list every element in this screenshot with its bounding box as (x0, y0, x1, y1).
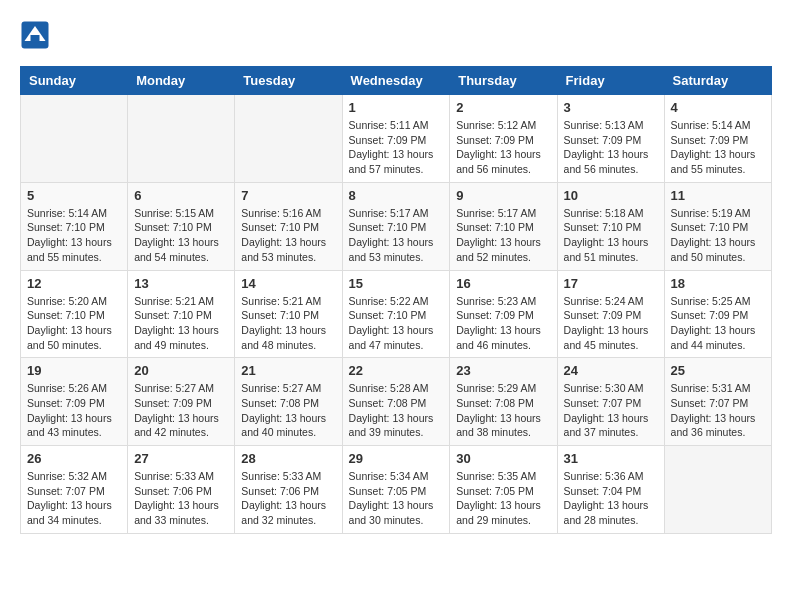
day-number: 18 (671, 276, 765, 291)
day-info: Sunrise: 5:31 AMSunset: 7:07 PMDaylight:… (671, 381, 765, 440)
calendar: SundayMondayTuesdayWednesdayThursdayFrid… (20, 66, 772, 534)
svg-rect-2 (31, 35, 40, 43)
day-number: 7 (241, 188, 335, 203)
day-info: Sunrise: 5:21 AMSunset: 7:10 PMDaylight:… (241, 294, 335, 353)
calendar-cell: 12Sunrise: 5:20 AMSunset: 7:10 PMDayligh… (21, 270, 128, 358)
day-info: Sunrise: 5:17 AMSunset: 7:10 PMDaylight:… (349, 206, 444, 265)
calendar-cell: 29Sunrise: 5:34 AMSunset: 7:05 PMDayligh… (342, 446, 450, 534)
calendar-week-row: 1Sunrise: 5:11 AMSunset: 7:09 PMDaylight… (21, 95, 772, 183)
day-number: 13 (134, 276, 228, 291)
calendar-header-row: SundayMondayTuesdayWednesdayThursdayFrid… (21, 67, 772, 95)
calendar-cell: 23Sunrise: 5:29 AMSunset: 7:08 PMDayligh… (450, 358, 557, 446)
day-info: Sunrise: 5:33 AMSunset: 7:06 PMDaylight:… (241, 469, 335, 528)
day-number: 6 (134, 188, 228, 203)
calendar-week-row: 5Sunrise: 5:14 AMSunset: 7:10 PMDaylight… (21, 182, 772, 270)
day-number: 2 (456, 100, 550, 115)
day-info: Sunrise: 5:27 AMSunset: 7:08 PMDaylight:… (241, 381, 335, 440)
day-number: 5 (27, 188, 121, 203)
day-number: 30 (456, 451, 550, 466)
day-number: 16 (456, 276, 550, 291)
day-number: 1 (349, 100, 444, 115)
calendar-cell: 4Sunrise: 5:14 AMSunset: 7:09 PMDaylight… (664, 95, 771, 183)
logo-icon (20, 20, 50, 50)
calendar-cell: 25Sunrise: 5:31 AMSunset: 7:07 PMDayligh… (664, 358, 771, 446)
page-header (20, 20, 772, 50)
day-number: 20 (134, 363, 228, 378)
calendar-cell: 3Sunrise: 5:13 AMSunset: 7:09 PMDaylight… (557, 95, 664, 183)
day-number: 9 (456, 188, 550, 203)
day-info: Sunrise: 5:29 AMSunset: 7:08 PMDaylight:… (456, 381, 550, 440)
calendar-cell: 6Sunrise: 5:15 AMSunset: 7:10 PMDaylight… (128, 182, 235, 270)
calendar-cell: 21Sunrise: 5:27 AMSunset: 7:08 PMDayligh… (235, 358, 342, 446)
calendar-cell (664, 446, 771, 534)
day-info: Sunrise: 5:16 AMSunset: 7:10 PMDaylight:… (241, 206, 335, 265)
calendar-cell: 9Sunrise: 5:17 AMSunset: 7:10 PMDaylight… (450, 182, 557, 270)
day-info: Sunrise: 5:24 AMSunset: 7:09 PMDaylight:… (564, 294, 658, 353)
calendar-cell: 22Sunrise: 5:28 AMSunset: 7:08 PMDayligh… (342, 358, 450, 446)
day-number: 26 (27, 451, 121, 466)
calendar-cell: 16Sunrise: 5:23 AMSunset: 7:09 PMDayligh… (450, 270, 557, 358)
day-info: Sunrise: 5:22 AMSunset: 7:10 PMDaylight:… (349, 294, 444, 353)
day-number: 23 (456, 363, 550, 378)
calendar-cell (128, 95, 235, 183)
column-header-sunday: Sunday (21, 67, 128, 95)
day-info: Sunrise: 5:14 AMSunset: 7:10 PMDaylight:… (27, 206, 121, 265)
day-info: Sunrise: 5:34 AMSunset: 7:05 PMDaylight:… (349, 469, 444, 528)
day-number: 14 (241, 276, 335, 291)
day-number: 19 (27, 363, 121, 378)
day-number: 10 (564, 188, 658, 203)
calendar-cell: 17Sunrise: 5:24 AMSunset: 7:09 PMDayligh… (557, 270, 664, 358)
day-number: 25 (671, 363, 765, 378)
day-number: 8 (349, 188, 444, 203)
calendar-week-row: 26Sunrise: 5:32 AMSunset: 7:07 PMDayligh… (21, 446, 772, 534)
calendar-cell: 26Sunrise: 5:32 AMSunset: 7:07 PMDayligh… (21, 446, 128, 534)
calendar-cell: 31Sunrise: 5:36 AMSunset: 7:04 PMDayligh… (557, 446, 664, 534)
calendar-cell: 20Sunrise: 5:27 AMSunset: 7:09 PMDayligh… (128, 358, 235, 446)
calendar-cell: 15Sunrise: 5:22 AMSunset: 7:10 PMDayligh… (342, 270, 450, 358)
calendar-cell: 28Sunrise: 5:33 AMSunset: 7:06 PMDayligh… (235, 446, 342, 534)
day-info: Sunrise: 5:15 AMSunset: 7:10 PMDaylight:… (134, 206, 228, 265)
day-number: 28 (241, 451, 335, 466)
day-info: Sunrise: 5:25 AMSunset: 7:09 PMDaylight:… (671, 294, 765, 353)
day-info: Sunrise: 5:23 AMSunset: 7:09 PMDaylight:… (456, 294, 550, 353)
day-info: Sunrise: 5:21 AMSunset: 7:10 PMDaylight:… (134, 294, 228, 353)
calendar-week-row: 12Sunrise: 5:20 AMSunset: 7:10 PMDayligh… (21, 270, 772, 358)
day-number: 29 (349, 451, 444, 466)
day-number: 22 (349, 363, 444, 378)
calendar-cell (21, 95, 128, 183)
calendar-cell: 27Sunrise: 5:33 AMSunset: 7:06 PMDayligh… (128, 446, 235, 534)
day-number: 3 (564, 100, 658, 115)
calendar-cell: 14Sunrise: 5:21 AMSunset: 7:10 PMDayligh… (235, 270, 342, 358)
calendar-cell (235, 95, 342, 183)
day-number: 12 (27, 276, 121, 291)
day-info: Sunrise: 5:28 AMSunset: 7:08 PMDaylight:… (349, 381, 444, 440)
column-header-thursday: Thursday (450, 67, 557, 95)
calendar-cell: 19Sunrise: 5:26 AMSunset: 7:09 PMDayligh… (21, 358, 128, 446)
day-info: Sunrise: 5:18 AMSunset: 7:10 PMDaylight:… (564, 206, 658, 265)
day-number: 21 (241, 363, 335, 378)
day-number: 11 (671, 188, 765, 203)
day-info: Sunrise: 5:12 AMSunset: 7:09 PMDaylight:… (456, 118, 550, 177)
day-info: Sunrise: 5:36 AMSunset: 7:04 PMDaylight:… (564, 469, 658, 528)
column-header-friday: Friday (557, 67, 664, 95)
day-info: Sunrise: 5:19 AMSunset: 7:10 PMDaylight:… (671, 206, 765, 265)
day-number: 24 (564, 363, 658, 378)
calendar-cell: 7Sunrise: 5:16 AMSunset: 7:10 PMDaylight… (235, 182, 342, 270)
calendar-cell: 5Sunrise: 5:14 AMSunset: 7:10 PMDaylight… (21, 182, 128, 270)
day-info: Sunrise: 5:26 AMSunset: 7:09 PMDaylight:… (27, 381, 121, 440)
calendar-cell: 1Sunrise: 5:11 AMSunset: 7:09 PMDaylight… (342, 95, 450, 183)
day-number: 31 (564, 451, 658, 466)
logo (20, 20, 54, 50)
day-info: Sunrise: 5:13 AMSunset: 7:09 PMDaylight:… (564, 118, 658, 177)
calendar-week-row: 19Sunrise: 5:26 AMSunset: 7:09 PMDayligh… (21, 358, 772, 446)
day-number: 4 (671, 100, 765, 115)
day-info: Sunrise: 5:11 AMSunset: 7:09 PMDaylight:… (349, 118, 444, 177)
column-header-monday: Monday (128, 67, 235, 95)
day-info: Sunrise: 5:35 AMSunset: 7:05 PMDaylight:… (456, 469, 550, 528)
day-info: Sunrise: 5:27 AMSunset: 7:09 PMDaylight:… (134, 381, 228, 440)
calendar-cell: 11Sunrise: 5:19 AMSunset: 7:10 PMDayligh… (664, 182, 771, 270)
calendar-cell: 10Sunrise: 5:18 AMSunset: 7:10 PMDayligh… (557, 182, 664, 270)
day-number: 27 (134, 451, 228, 466)
day-info: Sunrise: 5:33 AMSunset: 7:06 PMDaylight:… (134, 469, 228, 528)
day-info: Sunrise: 5:14 AMSunset: 7:09 PMDaylight:… (671, 118, 765, 177)
